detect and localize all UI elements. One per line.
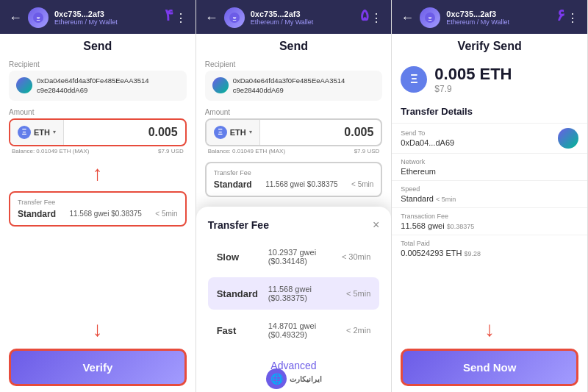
network-label: Network [401,158,578,165]
recipient-box-2: 0xDa04e64fd4a3f0Fe485EeAA3514 c9e28440dd… [205,71,383,101]
send-now-button[interactable]: Send Now [401,349,578,386]
currency-label-2: ETH [230,128,246,137]
step-badge-2: ۵ [360,6,369,25]
panel-1-send: ← Ξ 0xc735...2af3 Ethereum / My Wallet ⋮… [0,0,196,392]
panel-2-title: Send [196,34,392,56]
eth-icon-large: Ξ [401,66,427,93]
recipient-box-1: 0xDa04e64fd4a3f0Fe485EeAA3514 c9e28440dd… [9,71,187,101]
recipient-icon-1 [16,77,32,93]
fee-time-2: < 5min [351,180,373,188]
wallet-icon-2: Ξ [224,7,245,28]
step-badge-3: ۶ [556,6,565,25]
fee-section-1: Transfer Fee Standard 11.568 gwei $0.383… [0,188,196,229]
wallet-info-1: 0xc735...2af3 Ethereum / My Wallet [54,10,169,26]
recipient-icon-2 [212,77,229,93]
detail-row-transaction-fee: Transaction Fee 11.568 gwei $0.38375 [392,207,587,235]
amount-input-1[interactable]: 0.005 [64,120,185,145]
screenshot-container: ← Ξ 0xc735...2af3 Ethereum / My Wallet ⋮… [0,0,588,392]
eth-icon-1: Ξ [18,126,31,139]
amount-row-1: Ξ ETH ▾ 0.005 ➡ [9,118,187,146]
svg-text:Ξ: Ξ [36,15,40,22]
send-to-row: Send To 0xDa04...dA69 [401,128,578,149]
svg-text:Ξ: Ξ [429,15,432,22]
chevron-icon-2: ▾ [249,129,252,135]
watermark-icon: 🌐 [266,368,287,389]
svg-text:Ξ: Ξ [232,15,236,22]
speed-value: Standard < 5min [401,194,578,203]
amount-section-1: Amount Ξ ETH ▾ 0.005 ➡ Balance: 0.01049 … [0,104,196,159]
speed-label: Speed [401,185,578,193]
fee-row-2: Standard 11.568 gwei $0.38375 < 5min [214,179,374,190]
recipient-address-2: 0xDa04e64fd4a3f0Fe485EeAA3514 c9e28440dd… [233,76,345,96]
wallet-icon-3: Ξ [420,7,440,28]
chevron-icon-1: ▾ [53,129,56,135]
network-value: Ethereum [401,167,578,176]
fee-option-fast-name: Fast [217,325,268,336]
fee-label-2: Transfer Fee [214,169,374,177]
total-paid-value: 0.00524293 ETH $9.28 [401,249,578,257]
arrow-down-1: ↑ [0,162,196,185]
send-to-label: Send To [401,129,454,137]
amount-input-2[interactable]: 0.005 [260,120,381,145]
eth-icon-2: Ξ [214,126,227,139]
watermark-text: ایرانیکارت [290,375,322,383]
currency-label-1: ETH [34,128,50,137]
detail-row-speed: Speed Standard < 5min [392,180,587,207]
modal-close-button[interactable]: × [373,218,379,232]
balance-text-2: Balance: 0.01049 ETH (MAX) [208,148,285,154]
modal-header: Transfer Fee × [208,218,380,232]
more-icon-1[interactable]: ⋮ [175,11,187,25]
panel-3-verify: ← Ξ 0xc735...2af3 Ethereum / My Wallet ⋮… [392,0,588,392]
fee-option-standard-name: Standard [217,288,268,299]
fee-option-standard-time: < 5min [346,289,370,298]
more-icon-3[interactable]: ⋮ [567,11,578,25]
balance-text-1: Balance: 0.01049 ETH (MAX) [12,148,89,154]
recipient-section-2: Recipient 0xDa04e64fd4a3f0Fe485EeAA3514 … [196,56,392,104]
fee-detail-2: 11.568 gwei $0.38375 [265,180,337,188]
wallet-icon-1: Ξ [28,7,49,28]
verify-usd: $7.9 [434,84,512,94]
panel-2-header: ← Ξ 0xc735...2af3 Ethereum / My Wallet ⋮… [196,0,392,34]
transfer-fee-modal: Transfer Fee × Slow 10.2937 gwei ($0.341… [196,207,392,392]
panel-3-title: Verify Send [392,34,587,56]
fee-row-1: Standard 11.568 gwei $0.38375 < 5min [18,209,178,219]
verify-button[interactable]: Verify [9,349,187,386]
send-to-block: Send To 0xDa04...dA69 [401,129,454,147]
send-to-address: 0xDa04...dA69 [401,138,454,147]
transaction-fee-value: 11.568 gwei $0.38375 [401,221,578,230]
fee-detail-1: 11.568 gwei $0.38375 [69,210,141,218]
fee-option-standard[interactable]: Standard 11.568 gwei ($0.38375) < 5min [208,277,380,310]
currency-select-2[interactable]: Ξ ETH ▾ [207,120,260,145]
back-arrow-icon-3[interactable]: ← [401,10,414,26]
panel-3-header: ← Ξ 0xc735...2af3 Ethereum / My Wallet ⋮… [392,0,587,34]
arrow-to-verify-1: ↓ [0,318,196,341]
fee-box-1[interactable]: Transfer Fee Standard 11.568 gwei $0.383… [9,191,187,227]
currency-select-1[interactable]: Ξ ETH ▾ [10,120,64,145]
fee-type-2: Standard [214,179,252,190]
send-to-avatar [558,128,578,149]
fee-box-2[interactable]: Transfer Fee Standard 11.568 gwei $0.383… [205,162,383,197]
panel-1-header: ← Ξ 0xc735...2af3 Ethereum / My Wallet ⋮… [0,0,196,34]
back-arrow-icon[interactable]: ← [9,10,22,26]
fee-option-fast[interactable]: Fast 14.8701 gwei ($0.49329) < 2min [208,314,380,346]
wallet-info-3: 0xc735...2af3 Ethereum / My Wallet [446,10,561,26]
fee-time-1: < 5min [155,210,177,218]
detail-row-network: Network Ethereum [392,153,587,180]
verify-amount-text: 0.005 ETH [434,65,512,84]
wallet-address-2: 0xc735...2af3 [251,10,365,18]
recipient-label-2: Recipient [205,60,383,68]
usd-text-2: $7.9 USD [354,148,380,154]
amount-subtext-1: Balance: 0.01049 ETH (MAX) $7.9 USD [9,146,187,156]
transfer-details-header: Transfer Details [392,103,587,123]
usd-text-1: $7.9 USD [158,148,184,154]
back-arrow-icon-2[interactable]: ← [205,10,218,26]
fee-type-1: Standard [18,209,56,219]
fee-label-1: Transfer Fee [18,199,178,206]
wallet-sub-3: Ethereum / My Wallet [446,18,561,26]
wallet-info-2: 0xc735...2af3 Ethereum / My Wallet [251,10,365,26]
fee-option-slow[interactable]: Slow 10.2937 gwei ($0.34148) < 30min [208,240,380,273]
panel-1-title: Send [0,34,196,56]
amount-subtext-2: Balance: 0.01049 ETH (MAX) $7.9 USD [205,146,383,156]
verify-amount-block: 0.005 ETH $7.9 [434,65,512,94]
more-icon-2[interactable]: ⋮ [370,11,382,25]
